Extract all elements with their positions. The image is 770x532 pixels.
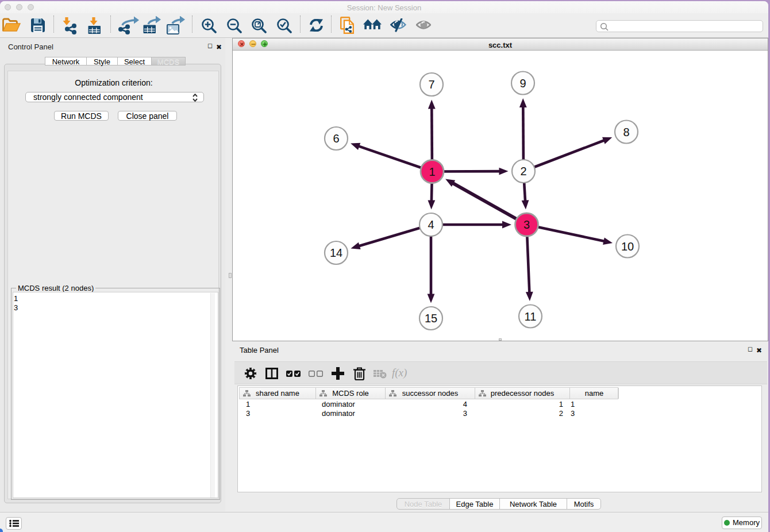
svg-text:4: 4 <box>428 218 434 231</box>
svg-text:2: 2 <box>520 165 526 178</box>
svg-text:3: 3 <box>523 218 530 231</box>
svg-text:1: 1 <box>429 165 435 178</box>
svg-text:14: 14 <box>330 246 342 259</box>
svg-text:7: 7 <box>428 78 434 91</box>
svg-text:15: 15 <box>425 312 437 325</box>
svg-text:11: 11 <box>525 310 537 323</box>
svg-text:9: 9 <box>519 77 526 90</box>
svg-text:8: 8 <box>623 126 629 138</box>
svg-text:f(x): f(x) <box>392 367 407 379</box>
svg-text:10: 10 <box>621 240 634 253</box>
svg-text:6: 6 <box>333 132 339 145</box>
